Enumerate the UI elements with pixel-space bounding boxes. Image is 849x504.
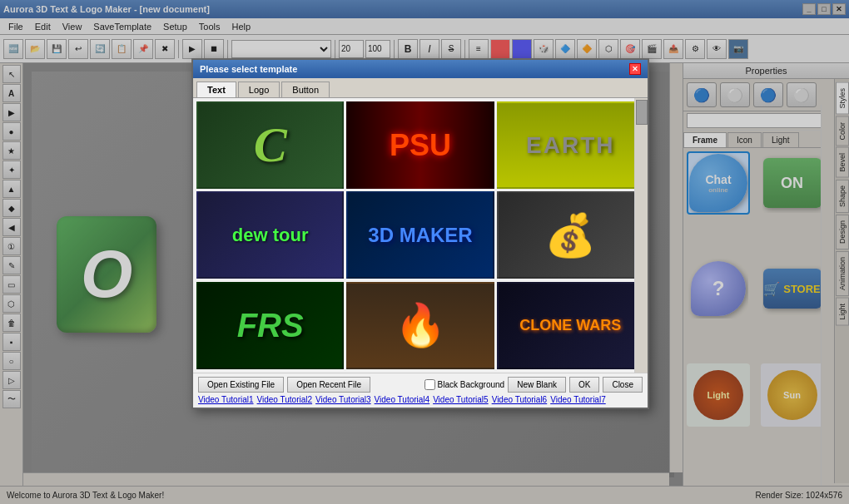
dialog-title: Please select template ✕ — [193, 60, 648, 78]
template-psu[interactable] — [346, 101, 494, 189]
dialog-scrollbar-thumb[interactable] — [636, 100, 648, 125]
dialog-title-text: Please select template — [200, 64, 297, 74]
black-bg-checkbox[interactable] — [424, 379, 435, 390]
template-earth[interactable] — [497, 101, 644, 189]
dialog-scrollbar[interactable] — [634, 98, 648, 373]
open-recent-button[interactable]: Open Recent File — [287, 377, 370, 393]
dlg-tab-logo[interactable]: Logo — [238, 82, 280, 97]
close-button[interactable]: Close — [603, 377, 643, 393]
video-tutorial-3-link[interactable]: Video Tutorial3 — [315, 395, 371, 404]
template-fire[interactable] — [346, 282, 494, 369]
dialog-grid-wrap — [193, 98, 648, 373]
template-dialog: Please select template ✕ Text Logo Butto… — [191, 58, 649, 409]
dlg-tab-button[interactable]: Button — [281, 82, 330, 97]
template-frs[interactable] — [196, 282, 344, 369]
video-tutorial-1-link[interactable]: Video Tutorial1 — [198, 395, 254, 404]
black-background-check: Black Background — [424, 379, 505, 390]
dlg-tab-text[interactable]: Text — [196, 82, 236, 97]
template-clone-wars[interactable] — [497, 282, 644, 369]
template-c-letter[interactable] — [196, 101, 344, 189]
video-tutorial-6-link[interactable]: Video Tutorial6 — [492, 395, 548, 404]
video-tutorial-2-link[interactable]: Video Tutorial2 — [257, 395, 313, 404]
dialog-footer-row1: Open Existing File Open Recent File Blac… — [198, 377, 643, 393]
dialog-grid — [193, 98, 648, 373]
video-tutorial-5-link[interactable]: Video Tutorial5 — [433, 395, 489, 404]
template-dew-tour[interactable] — [196, 191, 344, 279]
video-tutorial-7-link[interactable]: Video Tutorial7 — [550, 395, 606, 404]
dialog-close-button[interactable]: ✕ — [629, 63, 641, 75]
dialog-footer-row2: Video Tutorial1 Video Tutorial2 Video Tu… — [198, 395, 643, 404]
template-money[interactable] — [497, 191, 644, 279]
ok-button[interactable]: OK — [569, 377, 599, 393]
dialog-footer: Open Existing File Open Recent File Blac… — [193, 373, 648, 408]
dialog-overlay: Please select template ✕ Text Logo Butto… — [0, 0, 849, 504]
dialog-tabs: Text Logo Button — [193, 78, 648, 98]
open-existing-button[interactable]: Open Existing File — [198, 377, 284, 393]
video-tutorial-4-link[interactable]: Video Tutorial4 — [375, 395, 430, 404]
new-blank-button[interactable]: New Blank — [508, 377, 566, 393]
template-3d-maker[interactable] — [346, 191, 494, 279]
black-bg-label: Black Background — [438, 380, 505, 389]
